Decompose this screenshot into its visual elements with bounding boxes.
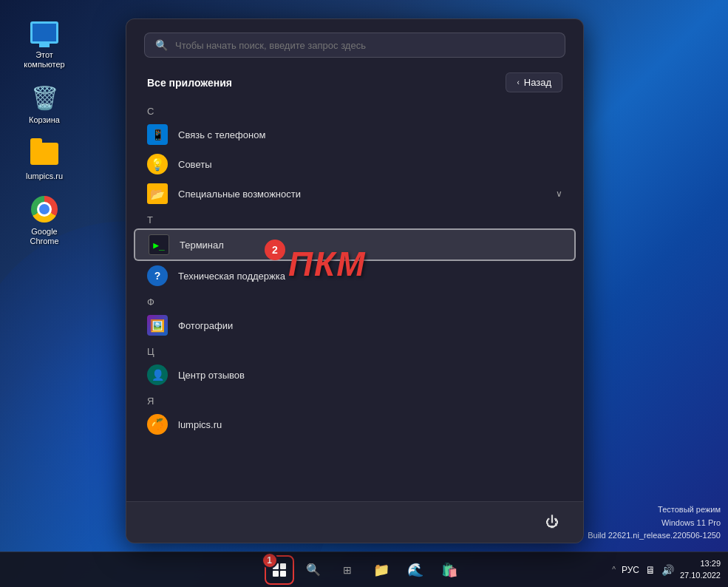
- app-item-photos[interactable]: 🖼️ Фотографии: [134, 311, 576, 340]
- watermark: Тестовый режим Windows 11 Pro Build 2262…: [588, 503, 721, 543]
- task-view-button[interactable]: ⊞: [333, 555, 362, 585]
- tray-area[interactable]: ^: [612, 566, 616, 574]
- search-icon: 🔍: [155, 39, 168, 51]
- back-button[interactable]: ‹ Назад: [506, 72, 562, 92]
- tips-icon: 💡: [147, 154, 168, 174]
- file-explorer-icon: 📁: [373, 562, 389, 578]
- photos-icon: 🖼️: [147, 315, 168, 336]
- section-letter-s: С: [134, 100, 576, 120]
- task-view-icon: ⊞: [343, 564, 352, 576]
- monitor-icon: [30, 18, 59, 47]
- app-item-terminal[interactable]: ▶_ Терминал: [134, 228, 576, 261]
- all-apps-title: Все приложения: [147, 77, 232, 89]
- phone-link-icon: 📱: [147, 124, 168, 145]
- start-menu: 🔍 Все приложения ‹ Назад С 📱 Связь с тел…: [126, 18, 584, 543]
- desktop-icon-this-pc[interactable]: Этот компьютер: [15, 15, 74, 72]
- section-letter-ya: Я: [134, 390, 576, 410]
- desktop: Этот компьютер 🗑️ Корзина lumpics.ru Goo…: [0, 0, 728, 587]
- tech-support-icon: ?: [147, 265, 168, 286]
- taskbar-center: 1 🔍 ⊞ 📁 🌊 🛍️: [265, 555, 464, 585]
- feedback-icon: 👤: [147, 364, 168, 385]
- edge-browser-button[interactable]: 🌊: [401, 555, 430, 585]
- store-icon: 🛍️: [441, 562, 457, 578]
- expand-chevron-icon: ∨: [556, 189, 562, 199]
- app-item-lumpics[interactable]: 🍊 lumpics.ru: [134, 410, 576, 439]
- microsoft-store-button[interactable]: 🛍️: [435, 555, 464, 585]
- search-taskbar-icon: 🔍: [306, 563, 321, 577]
- search-input[interactable]: [175, 40, 554, 51]
- start-button[interactable]: 1: [265, 555, 294, 585]
- recycle-label: Корзина: [29, 115, 60, 125]
- terminal-icon: ▶_: [149, 234, 169, 255]
- clock-time: 13:29: [680, 558, 721, 569]
- chrome-label: Google Chrome: [18, 227, 71, 246]
- power-button[interactable]: ⏻: [539, 509, 565, 536]
- watermark-line3: Build 22621.ni_release.220506-1250: [588, 529, 721, 543]
- photos-name: Фотографии: [178, 320, 233, 331]
- lumpics-icon: 🍊: [147, 414, 168, 435]
- folder-label: lumpics.ru: [26, 172, 63, 181]
- desktop-icon-chrome[interactable]: Google Chrome: [15, 191, 74, 249]
- desktop-icon-recycle[interactable]: 🗑️ Корзина: [15, 80, 74, 128]
- feedback-name: Центр отзывов: [178, 370, 245, 381]
- terminal-name: Терминал: [180, 240, 224, 251]
- phone-link-name: Связь с телефоном: [178, 129, 265, 140]
- language-indicator[interactable]: РУС: [622, 565, 639, 575]
- watermark-line2: Windows 11 Pro: [588, 517, 721, 530]
- special-name: Специальные возможности: [178, 189, 301, 200]
- taskbar: 1 🔍 ⊞ 📁 🌊 🛍️: [0, 552, 728, 587]
- section-letter-t: Т: [134, 208, 576, 228]
- watermark-line1: Тестовый режим: [588, 503, 721, 517]
- folder-icon: [30, 139, 59, 169]
- tech-support-name: Техническая поддержка: [178, 271, 285, 282]
- chrome-icon: [30, 194, 59, 224]
- start-menu-search[interactable]: 🔍: [144, 33, 565, 58]
- file-explorer-button[interactable]: 📁: [367, 555, 396, 585]
- app-item-tips[interactable]: 💡 Советы: [134, 149, 576, 179]
- lumpics-name: lumpics.ru: [178, 419, 222, 430]
- app-item-phone-link[interactable]: 📱 Связь с телефоном: [134, 120, 576, 149]
- back-label: Назад: [524, 77, 551, 88]
- taskbar-right: ^ РУС 🖥 🔊 13:29 27.10.2022: [612, 558, 721, 581]
- this-pc-label: Этот компьютер: [24, 50, 64, 69]
- tray-chevron-icon[interactable]: ^: [612, 566, 616, 574]
- desktop-icons: Этот компьютер 🗑️ Корзина lumpics.ru Goo…: [15, 15, 74, 249]
- back-chevron-icon: ‹: [517, 78, 519, 86]
- tips-name: Советы: [178, 159, 211, 170]
- volume-icon[interactable]: 🔊: [661, 564, 674, 576]
- clock[interactable]: 13:29 27.10.2022: [680, 558, 721, 581]
- app-item-tech-support[interactable]: ? Техническая поддержка: [134, 261, 576, 291]
- app-item-feedback[interactable]: 👤 Центр отзывов: [134, 360, 576, 390]
- desktop-icon-folder[interactable]: lumpics.ru: [15, 136, 74, 184]
- step-1-badge: 1: [262, 552, 278, 569]
- clock-date: 27.10.2022: [680, 570, 721, 581]
- edge-icon: 🌊: [407, 562, 423, 578]
- all-apps-header: Все приложения ‹ Назад: [126, 68, 583, 100]
- search-taskbar-button[interactable]: 🔍: [299, 555, 328, 585]
- recycle-bin-icon: 🗑️: [30, 83, 59, 112]
- start-menu-bottom: ⏻: [126, 501, 583, 543]
- section-letter-ts: Ц: [134, 340, 576, 360]
- display-icon[interactable]: 🖥: [645, 564, 656, 576]
- special-icon: 📂: [147, 183, 168, 204]
- section-letter-f: Ф: [134, 291, 576, 311]
- apps-list: С 📱 Связь с телефоном 💡 Советы 📂 Специал…: [126, 100, 583, 490]
- app-item-special[interactable]: 📂 Специальные возможности ∨: [134, 179, 576, 208]
